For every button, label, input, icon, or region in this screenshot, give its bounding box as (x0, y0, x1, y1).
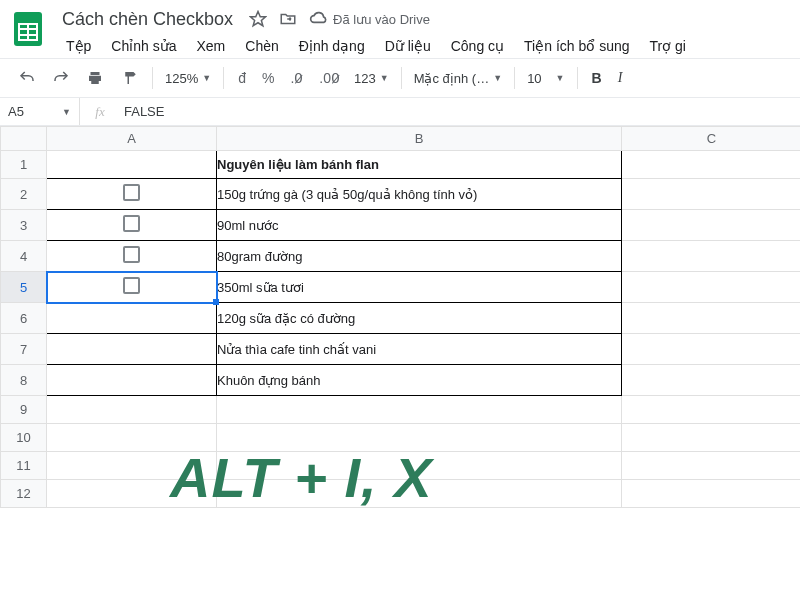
menu-data[interactable]: Dữ liệu (377, 34, 439, 58)
checkbox-icon[interactable] (123, 277, 140, 294)
number-format-dropdown[interactable]: 123▼ (348, 67, 395, 90)
cell-B4[interactable]: 80gram đường (217, 241, 622, 272)
bold-button[interactable]: B (586, 66, 608, 90)
checkbox-icon[interactable] (123, 215, 140, 232)
col-header-A[interactable]: A (47, 127, 217, 151)
cell-C12[interactable] (622, 480, 801, 508)
col-header-C[interactable]: C (622, 127, 801, 151)
fx-icon: fx (80, 104, 120, 120)
checkbox-icon[interactable] (123, 184, 140, 201)
cell-A11[interactable] (47, 452, 217, 480)
toolbar-separator (152, 67, 153, 89)
cell-C5[interactable] (622, 272, 801, 303)
italic-button[interactable]: I (612, 66, 629, 90)
decrease-decimal-button[interactable]: .0̷ (284, 66, 309, 90)
cell-C11[interactable] (622, 452, 801, 480)
row-header-10[interactable]: 10 (1, 424, 47, 452)
redo-icon[interactable] (46, 65, 76, 91)
formula-bar: A5 ▼ fx FALSE (0, 98, 800, 126)
cell-C3[interactable] (622, 210, 801, 241)
name-box[interactable]: A5 ▼ (0, 98, 80, 125)
row-header-4[interactable]: 4 (1, 241, 47, 272)
cell-A4[interactable] (47, 241, 217, 272)
cell-A10[interactable] (47, 424, 217, 452)
cell-A1[interactable] (47, 151, 217, 179)
cell-A5[interactable] (47, 272, 217, 303)
document-title[interactable]: Cách chèn Checkbox (58, 7, 237, 32)
select-all-corner[interactable] (1, 127, 47, 151)
col-header-B[interactable]: B (217, 127, 622, 151)
menu-view[interactable]: Xem (189, 34, 234, 58)
cell-B7[interactable]: Nửa thìa cafe tinh chất vani (217, 334, 622, 365)
sheets-logo-icon[interactable] (8, 8, 48, 48)
font-dropdown[interactable]: Mặc định (…▼ (408, 67, 509, 90)
cell-B3[interactable]: 90ml nước (217, 210, 622, 241)
formula-input[interactable]: FALSE (120, 104, 164, 119)
cell-B8[interactable]: Khuôn đựng bánh (217, 365, 622, 396)
row-header-12[interactable]: 12 (1, 480, 47, 508)
font-size-dropdown[interactable]: 10▼ (521, 67, 570, 90)
cell-C1[interactable] (622, 151, 801, 179)
cell-A7[interactable] (47, 334, 217, 365)
undo-icon[interactable] (12, 65, 42, 91)
row-header-9[interactable]: 9 (1, 396, 47, 424)
increase-decimal-button[interactable]: .00̷ (313, 66, 346, 90)
row-header-3[interactable]: 3 (1, 210, 47, 241)
row-header-1[interactable]: 1 (1, 151, 47, 179)
cell-C10[interactable] (622, 424, 801, 452)
spreadsheet-grid[interactable]: A B C 1 Nguyên liệu làm bánh flan 2 150g… (0, 126, 800, 508)
cell-C4[interactable] (622, 241, 801, 272)
menu-tools[interactable]: Công cụ (443, 34, 512, 58)
toolbar-separator (223, 67, 224, 89)
star-icon[interactable] (249, 10, 267, 28)
cell-B9[interactable] (217, 396, 622, 424)
cell-A9[interactable] (47, 396, 217, 424)
cell-B10[interactable] (217, 424, 622, 452)
active-cell-ref: A5 (8, 104, 24, 119)
menu-bar: Tệp Chỉnh sửa Xem Chèn Định dạng Dữ liệu… (58, 32, 792, 58)
row-header-7[interactable]: 7 (1, 334, 47, 365)
menu-help[interactable]: Trợ gi (642, 34, 694, 58)
menu-file[interactable]: Tệp (58, 34, 99, 58)
row-header-2[interactable]: 2 (1, 179, 47, 210)
cell-B2[interactable]: 150g trứng gà (3 quả 50g/quả không tính … (217, 179, 622, 210)
menu-format[interactable]: Định dạng (291, 34, 373, 58)
app-header: Cách chèn Checkbox Đã lưu vào Drive Tệp … (0, 0, 800, 58)
toolbar-separator (514, 67, 515, 89)
format-percent-button[interactable]: % (256, 66, 280, 90)
format-currency-button[interactable]: đ (232, 66, 252, 90)
zoom-dropdown[interactable]: 125%▼ (159, 67, 217, 90)
checkbox-icon[interactable] (123, 246, 140, 263)
row-header-8[interactable]: 8 (1, 365, 47, 396)
cell-C9[interactable] (622, 396, 801, 424)
row-header-5[interactable]: 5 (1, 272, 47, 303)
svg-marker-5 (251, 12, 266, 26)
cell-B12[interactable] (217, 480, 622, 508)
cell-C2[interactable] (622, 179, 801, 210)
cell-C6[interactable] (622, 303, 801, 334)
row-header-6[interactable]: 6 (1, 303, 47, 334)
toolbar: 125%▼ đ % .0̷ .00̷ 123▼ Mặc định (…▼ 10▼… (0, 58, 800, 98)
cloud-save-status[interactable]: Đã lưu vào Drive (309, 9, 430, 29)
toolbar-separator (401, 67, 402, 89)
move-folder-icon[interactable] (279, 10, 297, 28)
row-header-11[interactable]: 11 (1, 452, 47, 480)
cell-C8[interactable] (622, 365, 801, 396)
print-icon[interactable] (80, 65, 110, 91)
cell-A2[interactable] (47, 179, 217, 210)
save-status-text: Đã lưu vào Drive (333, 12, 430, 27)
cell-B6[interactable]: 120g sữa đặc có đường (217, 303, 622, 334)
cell-A3[interactable] (47, 210, 217, 241)
menu-insert[interactable]: Chèn (237, 34, 286, 58)
paint-format-icon[interactable] (114, 65, 144, 91)
menu-addons[interactable]: Tiện ích bổ sung (516, 34, 637, 58)
menu-edit[interactable]: Chỉnh sửa (103, 34, 184, 58)
cell-A6[interactable] (47, 303, 217, 334)
toolbar-separator (577, 67, 578, 89)
cell-A12[interactable] (47, 480, 217, 508)
cell-A8[interactable] (47, 365, 217, 396)
cell-C7[interactable] (622, 334, 801, 365)
cell-B5[interactable]: 350ml sữa tươi (217, 272, 622, 303)
cell-B1[interactable]: Nguyên liệu làm bánh flan (217, 151, 622, 179)
cell-B11[interactable] (217, 452, 622, 480)
